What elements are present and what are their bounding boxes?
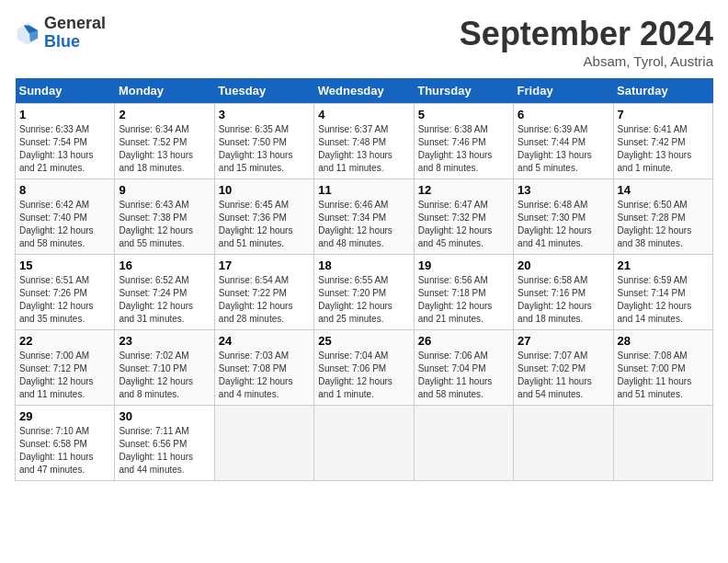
calendar-cell: 28Sunrise: 7:08 AMSunset: 7:00 PMDayligh… (613, 330, 712, 406)
header-row: Sunday Monday Tuesday Wednesday Thursday… (16, 78, 713, 104)
day-info: Sunrise: 6:39 AMSunset: 7:44 PMDaylight:… (518, 123, 609, 175)
calendar-cell: 21Sunrise: 6:59 AMSunset: 7:14 PMDayligh… (613, 255, 712, 330)
day-number: 22 (19, 334, 110, 348)
day-number: 21 (618, 259, 709, 272)
calendar-week-3: 15Sunrise: 6:51 AMSunset: 7:26 PMDayligh… (16, 255, 713, 330)
calendar-cell: 1Sunrise: 6:33 AMSunset: 7:54 PMDaylight… (16, 104, 115, 179)
day-number: 26 (418, 334, 509, 348)
day-number: 19 (418, 259, 509, 272)
calendar-cell: 30Sunrise: 7:11 AMSunset: 6:56 PMDayligh… (115, 406, 214, 481)
day-info: Sunrise: 6:45 AMSunset: 7:36 PMDaylight:… (219, 199, 310, 250)
calendar-week-5: 29Sunrise: 7:10 AMSunset: 6:58 PMDayligh… (16, 406, 713, 481)
header-saturday: Saturday (613, 78, 712, 104)
day-number: 16 (119, 259, 210, 272)
day-number: 11 (318, 183, 409, 197)
calendar-cell (314, 406, 414, 481)
day-number: 18 (318, 259, 409, 272)
day-number: 3 (219, 108, 310, 121)
day-number: 28 (618, 334, 709, 348)
day-info: Sunrise: 7:10 AMSunset: 6:58 PMDaylight:… (19, 425, 110, 477)
location-subtitle: Absam, Tyrol, Austria (460, 53, 713, 69)
calendar-week-1: 1Sunrise: 6:33 AMSunset: 7:54 PMDaylight… (16, 104, 713, 179)
day-info: Sunrise: 6:46 AMSunset: 7:34 PMDaylight:… (318, 199, 409, 250)
day-number: 10 (219, 183, 310, 197)
day-number: 12 (418, 183, 509, 197)
day-info: Sunrise: 6:50 AMSunset: 7:28 PMDaylight:… (618, 199, 709, 250)
day-info: Sunrise: 6:42 AMSunset: 7:40 PMDaylight:… (19, 199, 110, 250)
day-number: 15 (19, 259, 110, 272)
day-info: Sunrise: 6:56 AMSunset: 7:18 PMDaylight:… (418, 274, 509, 326)
calendar-table: Sunday Monday Tuesday Wednesday Thursday… (15, 78, 713, 481)
day-number: 9 (119, 183, 210, 197)
calendar-cell: 7Sunrise: 6:41 AMSunset: 7:42 PMDaylight… (613, 104, 712, 179)
day-info: Sunrise: 7:07 AMSunset: 7:02 PMDaylight:… (518, 350, 609, 401)
day-info: Sunrise: 7:03 AMSunset: 7:08 PMDaylight:… (219, 350, 310, 401)
header-thursday: Thursday (414, 78, 513, 104)
day-info: Sunrise: 6:41 AMSunset: 7:42 PMDaylight:… (618, 123, 709, 175)
header-sunday: Sunday (16, 78, 115, 104)
calendar-cell (414, 406, 513, 481)
calendar-cell (214, 406, 313, 481)
calendar-cell: 15Sunrise: 6:51 AMSunset: 7:26 PMDayligh… (16, 255, 115, 330)
calendar-cell: 6Sunrise: 6:39 AMSunset: 7:44 PMDaylight… (514, 104, 613, 179)
logo: General Blue (15, 15, 106, 52)
calendar-cell: 4Sunrise: 6:37 AMSunset: 7:48 PMDaylight… (314, 104, 414, 179)
day-number: 14 (618, 183, 709, 197)
day-info: Sunrise: 7:00 AMSunset: 7:12 PMDaylight:… (19, 350, 110, 401)
header-monday: Monday (115, 78, 214, 104)
calendar-cell: 5Sunrise: 6:38 AMSunset: 7:46 PMDaylight… (414, 104, 513, 179)
logo-text: General Blue (44, 15, 106, 52)
day-number: 7 (618, 108, 709, 121)
day-info: Sunrise: 6:48 AMSunset: 7:30 PMDaylight:… (518, 199, 609, 250)
header-friday: Friday (514, 78, 613, 104)
calendar-cell: 12Sunrise: 6:47 AMSunset: 7:32 PMDayligh… (414, 179, 513, 255)
title-block: September 2024 Absam, Tyrol, Austria (460, 15, 713, 69)
calendar-cell: 16Sunrise: 6:52 AMSunset: 7:24 PMDayligh… (115, 255, 214, 330)
calendar-cell: 2Sunrise: 6:34 AMSunset: 7:52 PMDaylight… (115, 104, 214, 179)
day-number: 17 (219, 259, 310, 272)
calendar-body: 1Sunrise: 6:33 AMSunset: 7:54 PMDaylight… (16, 104, 713, 481)
day-number: 13 (518, 183, 609, 197)
calendar-cell: 8Sunrise: 6:42 AMSunset: 7:40 PMDaylight… (16, 179, 115, 255)
day-info: Sunrise: 6:59 AMSunset: 7:14 PMDaylight:… (618, 274, 709, 326)
header-tuesday: Tuesday (214, 78, 313, 104)
day-info: Sunrise: 6:55 AMSunset: 7:20 PMDaylight:… (318, 274, 409, 326)
day-info: Sunrise: 6:52 AMSunset: 7:24 PMDaylight:… (119, 274, 210, 326)
day-info: Sunrise: 6:33 AMSunset: 7:54 PMDaylight:… (19, 123, 110, 175)
day-info: Sunrise: 6:54 AMSunset: 7:22 PMDaylight:… (219, 274, 310, 326)
day-number: 23 (119, 334, 210, 348)
day-number: 27 (518, 334, 609, 348)
month-title: September 2024 (460, 15, 713, 53)
calendar-week-4: 22Sunrise: 7:00 AMSunset: 7:12 PMDayligh… (16, 330, 713, 406)
calendar-cell: 25Sunrise: 7:04 AMSunset: 7:06 PMDayligh… (314, 330, 414, 406)
calendar-cell: 19Sunrise: 6:56 AMSunset: 7:18 PMDayligh… (414, 255, 513, 330)
calendar-cell: 20Sunrise: 6:58 AMSunset: 7:16 PMDayligh… (514, 255, 613, 330)
page-header: General Blue September 2024 Absam, Tyrol… (15, 15, 713, 69)
day-number: 24 (219, 334, 310, 348)
day-number: 6 (518, 108, 609, 121)
day-info: Sunrise: 6:37 AMSunset: 7:48 PMDaylight:… (318, 123, 409, 175)
day-info: Sunrise: 7:06 AMSunset: 7:04 PMDaylight:… (418, 350, 509, 401)
calendar-cell: 17Sunrise: 6:54 AMSunset: 7:22 PMDayligh… (214, 255, 313, 330)
day-info: Sunrise: 6:58 AMSunset: 7:16 PMDaylight:… (518, 274, 609, 326)
day-info: Sunrise: 7:02 AMSunset: 7:10 PMDaylight:… (119, 350, 210, 401)
day-info: Sunrise: 7:08 AMSunset: 7:00 PMDaylight:… (618, 350, 709, 401)
calendar-cell: 9Sunrise: 6:43 AMSunset: 7:38 PMDaylight… (115, 179, 214, 255)
day-info: Sunrise: 6:38 AMSunset: 7:46 PMDaylight:… (418, 123, 509, 175)
day-number: 5 (418, 108, 509, 121)
calendar-cell: 11Sunrise: 6:46 AMSunset: 7:34 PMDayligh… (314, 179, 414, 255)
calendar-cell (514, 406, 613, 481)
calendar-header: Sunday Monday Tuesday Wednesday Thursday… (16, 78, 713, 104)
logo-icon (15, 20, 40, 46)
calendar-cell: 3Sunrise: 6:35 AMSunset: 7:50 PMDaylight… (214, 104, 313, 179)
calendar-cell: 18Sunrise: 6:55 AMSunset: 7:20 PMDayligh… (314, 255, 414, 330)
day-number: 4 (318, 108, 409, 121)
calendar-cell (613, 406, 712, 481)
day-number: 2 (119, 108, 210, 121)
day-info: Sunrise: 7:11 AMSunset: 6:56 PMDaylight:… (119, 425, 210, 477)
calendar-cell: 29Sunrise: 7:10 AMSunset: 6:58 PMDayligh… (16, 406, 115, 481)
calendar-cell: 27Sunrise: 7:07 AMSunset: 7:02 PMDayligh… (514, 330, 613, 406)
calendar-week-2: 8Sunrise: 6:42 AMSunset: 7:40 PMDaylight… (16, 179, 713, 255)
day-number: 29 (19, 409, 110, 423)
day-info: Sunrise: 6:47 AMSunset: 7:32 PMDaylight:… (418, 199, 509, 250)
